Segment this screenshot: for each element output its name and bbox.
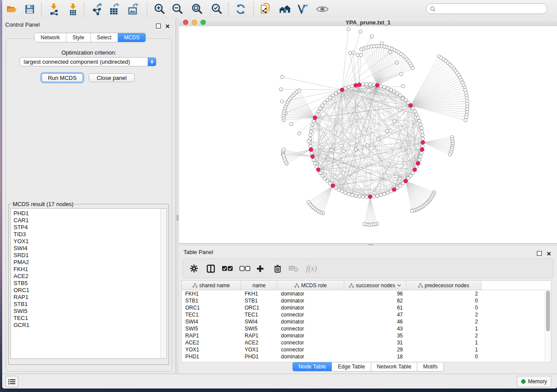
graph-node[interactable] <box>363 223 366 226</box>
graph-node[interactable] <box>325 179 329 183</box>
table-row[interactable]: RAP1RAP1dominator352 <box>182 332 551 339</box>
graph-node[interactable] <box>421 130 424 134</box>
graph-node[interactable] <box>421 134 425 137</box>
tab-mcds[interactable]: MCDS <box>118 33 145 42</box>
graph-node[interactable] <box>370 35 374 38</box>
graph-node[interactable] <box>318 145 322 148</box>
houses-button[interactable] <box>278 3 291 15</box>
graph-node[interactable] <box>448 153 452 156</box>
table-row[interactable]: ACE2ACE2connector311 <box>182 339 551 346</box>
graph-node[interactable] <box>389 189 393 193</box>
list-item[interactable]: ORC1 <box>14 287 159 294</box>
graph-node[interactable] <box>340 189 344 193</box>
graph-node[interactable] <box>354 194 358 198</box>
graph-node[interactable] <box>379 193 383 197</box>
column-header[interactable]: shared name <box>182 281 241 290</box>
graph-node[interactable] <box>315 165 318 168</box>
graph-node[interactable] <box>310 126 313 130</box>
graph-node[interactable] <box>315 113 318 117</box>
splitter-handle[interactable] <box>368 244 374 245</box>
graph-node[interactable] <box>361 83 365 86</box>
zoom-selected-button[interactable] <box>211 3 224 15</box>
graph-node[interactable] <box>329 96 332 100</box>
mcds-node[interactable] <box>309 148 312 151</box>
graph-node[interactable] <box>347 193 351 196</box>
graph-node[interactable] <box>282 154 285 157</box>
column-header[interactable]: MCDS role <box>277 281 344 290</box>
graph-node[interactable] <box>365 195 368 199</box>
graph-node[interactable] <box>317 110 320 113</box>
list-item[interactable]: FKH1 <box>14 266 159 273</box>
graph-node[interactable] <box>359 53 363 57</box>
network-window-titlebar[interactable]: YPA_prune.txt_1 <box>179 18 557 27</box>
graph-node[interactable] <box>383 86 386 89</box>
list-item[interactable]: PMA2 <box>14 259 159 266</box>
graph-node[interactable] <box>383 193 386 196</box>
graph-node[interactable] <box>398 184 402 188</box>
function-builder-button[interactable]: f(x) <box>303 263 320 274</box>
table-row[interactable]: ORC1ORC1dominator610 <box>182 304 551 311</box>
list-item[interactable]: TID3 <box>14 231 159 238</box>
refresh-button[interactable] <box>234 3 247 15</box>
list-item[interactable]: TEC1 <box>14 315 159 322</box>
graph-node[interactable] <box>386 191 390 195</box>
mcds-node[interactable] <box>357 83 361 86</box>
mcds-node[interactable] <box>392 188 396 191</box>
task-history-button[interactable] <box>5 376 18 387</box>
mcds-node[interactable] <box>313 116 317 120</box>
graph-node[interactable] <box>398 109 401 112</box>
graph-node[interactable] <box>401 84 405 88</box>
deselect-all-button[interactable] <box>239 263 250 274</box>
table-row[interactable]: FKH1FKH1dominator962 <box>182 290 551 297</box>
graph-node[interactable] <box>323 177 327 180</box>
graph-node[interactable] <box>280 76 284 79</box>
mcds-node[interactable] <box>413 168 416 172</box>
graph-node[interactable] <box>359 30 362 33</box>
graph-node[interactable] <box>321 104 324 107</box>
import-table-button[interactable] <box>66 3 80 15</box>
list-item[interactable]: STP4 <box>14 224 159 231</box>
graph-node[interactable] <box>282 148 286 151</box>
graph-node[interactable] <box>401 96 405 100</box>
network-canvas[interactable] <box>179 26 557 243</box>
graph-node[interactable] <box>321 174 324 178</box>
list-item[interactable]: STB5 <box>14 280 159 287</box>
graph-node[interactable] <box>307 139 311 143</box>
minimize-window-icon[interactable] <box>192 20 197 25</box>
graph-node[interactable] <box>325 99 329 102</box>
graph-node[interactable] <box>393 120 396 123</box>
graph-node[interactable] <box>415 113 419 117</box>
table-row[interactable]: SWI5SWI5connector431 <box>182 325 551 332</box>
mcds-node[interactable] <box>375 83 379 87</box>
graph-node[interactable] <box>313 162 317 165</box>
graph-node[interactable] <box>298 89 301 93</box>
import-network-button[interactable] <box>47 3 60 15</box>
graph-node[interactable] <box>311 123 315 126</box>
graph-node[interactable] <box>420 151 423 155</box>
column-header[interactable]: successor nodes <box>344 281 406 290</box>
mcds-node[interactable] <box>311 155 314 158</box>
graph-node[interactable] <box>350 193 354 197</box>
list-item[interactable]: SRD1 <box>14 252 159 259</box>
graph-node[interactable] <box>280 100 284 103</box>
graph-node[interactable] <box>358 195 361 198</box>
open-session-button[interactable] <box>5 3 18 15</box>
list-item[interactable]: PHD1 <box>14 210 159 217</box>
graph-node[interactable] <box>337 90 341 93</box>
tab-style[interactable]: Style <box>66 33 91 42</box>
graph-node[interactable] <box>349 52 352 55</box>
mcds-node[interactable] <box>340 88 344 92</box>
close-panel-action-button[interactable]: Close panel <box>89 73 135 82</box>
close-window-icon[interactable] <box>183 20 188 25</box>
optimization-criterion-select[interactable]: largest connected component (undirected) <box>20 57 156 66</box>
list-item[interactable]: ACE2 <box>14 273 159 280</box>
mcds-node[interactable] <box>354 83 357 87</box>
float-table-panel-button[interactable] <box>537 250 542 258</box>
search-input[interactable] <box>438 5 543 12</box>
mcds-node[interactable] <box>368 195 372 199</box>
column-header[interactable]: predecessor nodes <box>406 281 481 290</box>
graph-node[interactable] <box>393 90 396 93</box>
graph-node[interactable] <box>309 134 312 137</box>
mcds-list-scrollbar[interactable] <box>160 209 166 358</box>
graph-node[interactable] <box>395 61 399 65</box>
